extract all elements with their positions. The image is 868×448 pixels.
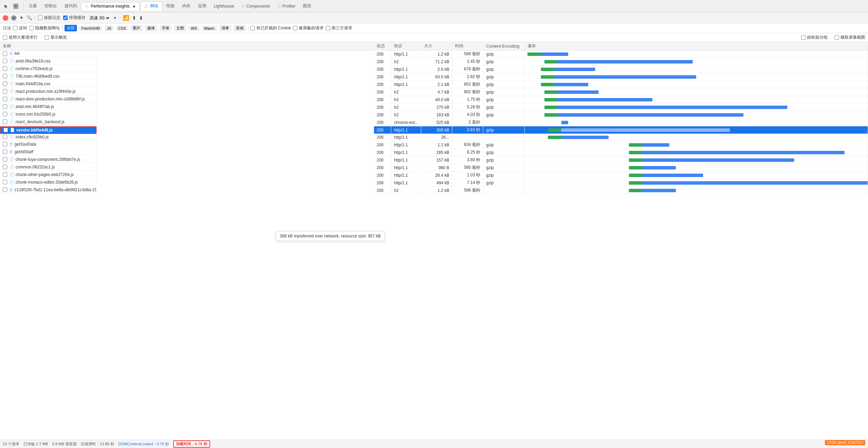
filter-manifest[interactable]: 清单 xyxy=(219,25,231,31)
row-checkbox[interactable] xyxy=(3,81,7,86)
table-row[interactable]: 🗒c118f100-7bd1-11ea-be8a-afe9921c3d8a-15… xyxy=(0,187,868,194)
table-row[interactable]: 📄chunk-monaco-editor.20de5b26.js200http/… xyxy=(0,179,868,187)
disable-cache-checkbox[interactable] xyxy=(63,16,68,20)
table-row[interactable]: 📄vendor.bbffa4d8.js200http/1.1308 kB3.63… xyxy=(0,126,868,134)
col-header-name[interactable]: 名称 xyxy=(0,42,374,50)
filter-font[interactable]: 字体 xyxy=(159,25,172,31)
row-checkbox[interactable] xyxy=(3,66,7,71)
table-row[interactable]: 📄react_devtools_backend.js200chrome-ext.… xyxy=(0,119,868,126)
cell-time: 4.03 秒 xyxy=(452,111,483,119)
filter-css[interactable]: CSS xyxy=(116,26,129,31)
waterfall-download-bar xyxy=(642,158,794,162)
tab-elements[interactable]: 元素 xyxy=(25,2,40,10)
table-row[interactable]: 📄main.044df19a.css200http/1.12.1 kB652 毫… xyxy=(0,81,868,88)
table-row[interactable]: 📄common.08232ac1.js200http/1.1980 B580 毫… xyxy=(0,164,868,172)
waterfall-ttfb-bar xyxy=(629,189,642,192)
row-checkbox[interactable] xyxy=(3,128,8,132)
table-row[interactable]: 📄runtime.c702eacb.js200http/1.12.6 kB678… xyxy=(0,66,868,73)
tab-network[interactable]: ⚠ 网络 xyxy=(140,1,162,11)
overview-toggle[interactable]: 显示概览 xyxy=(45,35,67,40)
filter-wasm[interactable]: Wasm xyxy=(201,26,217,31)
tab-lighthouse[interactable]: Lighthouse xyxy=(210,2,238,10)
tab-layers[interactable]: 图层 xyxy=(299,2,315,10)
filter-media[interactable]: 媒体 xyxy=(145,25,157,31)
row-checkbox[interactable] xyxy=(3,157,7,162)
tab-components[interactable]: ⬡ Components xyxy=(238,2,273,10)
tab-console[interactable]: 控制台 xyxy=(41,2,60,10)
filter-other[interactable]: 其他 xyxy=(234,25,246,31)
large-rows-toggle[interactable]: 使用大量请求行 xyxy=(3,35,38,40)
inspect-tool[interactable] xyxy=(12,3,19,10)
screenshot-toggle[interactable]: 截取屏幕截图 xyxy=(835,35,865,40)
col-header-time[interactable]: 时间 xyxy=(452,42,483,50)
tab-performance-insights[interactable]: ⚠ Performance insights ▲ xyxy=(81,2,140,10)
download-icon[interactable]: ⬇ xyxy=(139,15,143,21)
preserve-log-toggle[interactable]: 保留日志 xyxy=(38,15,60,21)
col-header-status[interactable]: 状态 xyxy=(374,42,391,50)
filter-ws[interactable]: WS xyxy=(188,26,199,31)
table-row[interactable]: 📄antd.06a39e19.css200h271.2 kB2.45 秒gzip xyxy=(0,58,868,66)
hide-data-urls-toggle[interactable]: 隐藏数据网址 xyxy=(29,25,60,31)
col-header-protocol[interactable]: 协议 xyxy=(391,42,421,50)
row-checkbox[interactable] xyxy=(3,97,7,101)
upload-icon[interactable]: ⬆ xyxy=(132,15,136,21)
preserve-log-checkbox[interactable] xyxy=(38,16,42,20)
tab-profiler[interactable]: ⬡ Profiler xyxy=(274,2,299,10)
table-row[interactable]: 📄react-dom.production.min.cd38b86f.js200… xyxy=(0,96,868,104)
row-checkbox[interactable] xyxy=(3,172,7,177)
blocked-cookies-toggle[interactable]: 有已拦截的 Cookie xyxy=(250,25,291,31)
cell-encoding: gzip xyxy=(483,141,525,149)
wifi-icon[interactable]: 📶 xyxy=(123,15,129,21)
table-row[interactable]: 📄icons.min.fcb250b5.js200h2163 kB4.03 秒g… xyxy=(0,111,868,119)
table-row[interactable]: 📄chunk-tuya-component.28fbbb7e.js200http… xyxy=(0,156,868,164)
stop-button[interactable] xyxy=(11,15,17,21)
table-row[interactable]: 📄chunk-other-pages.eeb27204.js200http/1.… xyxy=(0,172,868,179)
cell-encoding: gzip xyxy=(483,149,525,156)
row-checkbox[interactable] xyxy=(3,112,7,116)
row-checkbox[interactable] xyxy=(3,119,7,124)
col-header-size[interactable]: 大小 xyxy=(421,42,452,50)
row-checkbox[interactable] xyxy=(3,135,7,139)
row-checkbox[interactable] xyxy=(3,165,7,169)
tab-performance[interactable]: 性能 xyxy=(163,2,178,10)
filter-all[interactable]: 全部 xyxy=(65,25,77,31)
row-checkbox[interactable] xyxy=(3,180,7,184)
row-checkbox[interactable] xyxy=(3,59,7,63)
blocked-requests-toggle[interactable]: 被屏蔽的请求 xyxy=(293,25,324,31)
tab-memory[interactable]: 内存 xyxy=(179,2,194,10)
filter-fetch-xhr[interactable]: Fetch/XHR xyxy=(79,26,102,31)
table-row[interactable]: 📄antd.min.4649f7ab.js200h2275 kB5.28 秒gz… xyxy=(0,104,868,111)
filter-doc[interactable]: 文档 xyxy=(174,25,186,31)
filter-js[interactable]: JS xyxy=(105,26,114,31)
network-table-wrapper[interactable]: 名称 状态 协议 大小 时间 Content-Encodin xyxy=(0,42,868,440)
tab-sources[interactable]: 源代码 xyxy=(61,2,80,10)
row-checkbox[interactable] xyxy=(3,149,7,154)
search-icon[interactable]: 🔍 xyxy=(27,15,32,20)
tab-application[interactable]: 应用 xyxy=(195,2,210,10)
table-row[interactable]: 🗒getSsoData200http/1.11.1 kB634 毫秒gzip xyxy=(0,141,868,149)
col-header-waterfall[interactable]: 瀑布 xyxy=(525,42,868,50)
table-row[interactable]: 🗒getAllStaff200http/1.1285 kB6.25 秒gzip xyxy=(0,149,868,156)
table-row[interactable]: 🗒list200http/1.11.2 kB568 毫秒gzip xyxy=(0,50,868,58)
file-name: react.production.min.a19f443e.js xyxy=(16,89,76,94)
record-button[interactable] xyxy=(3,15,8,21)
row-checkbox[interactable] xyxy=(3,142,7,146)
row-checkbox[interactable] xyxy=(3,74,7,78)
group-by-frame-toggle[interactable]: 按框架分组 xyxy=(801,35,828,40)
row-checkbox[interactable] xyxy=(3,104,7,109)
table-row[interactable]: 📄react.production.min.a19f443e.js200h24.… xyxy=(0,88,868,96)
filter-icon[interactable]: ▼ xyxy=(19,15,24,20)
invert-filter-toggle[interactable]: 反转 xyxy=(13,25,27,31)
disable-cache-toggle[interactable]: 停用缓存 xyxy=(63,15,86,21)
row-checkbox[interactable] xyxy=(3,187,7,192)
cursor-tool[interactable] xyxy=(3,3,10,10)
row-checkbox[interactable] xyxy=(3,89,7,94)
row-checkbox[interactable] xyxy=(3,51,7,56)
waterfall-ttfb-bar xyxy=(548,128,561,132)
table-row[interactable]: 📄736.main.46d0bed9.css200http/1.193.5 kB… xyxy=(0,73,868,81)
filter-img[interactable]: 图片 xyxy=(130,25,143,31)
table-row[interactable]: 📄index.c9c820b0.js200http/1.126... xyxy=(0,134,868,141)
col-header-encoding[interactable]: Content-Encoding xyxy=(483,42,525,50)
throttle-select[interactable]: 高速 3G xyxy=(88,15,110,21)
third-party-toggle[interactable]: 第三方请求 xyxy=(326,25,352,31)
